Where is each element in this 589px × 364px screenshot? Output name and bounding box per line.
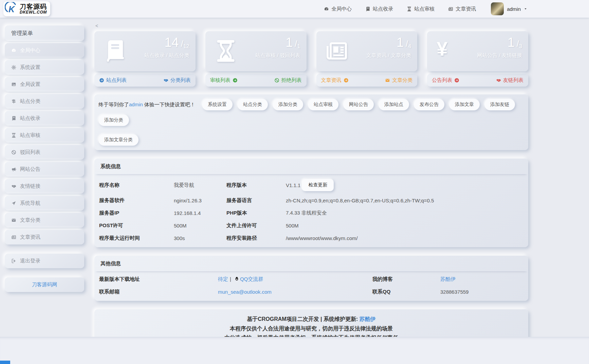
- stat-caption: 文章资讯 / 文章分类: [366, 52, 411, 59]
- stat-card-footer: 公告列表 友链列表: [427, 74, 528, 87]
- sidebar-item-label: 站点收录: [20, 115, 40, 122]
- k-swoosh-logo-icon: [5, 2, 18, 16]
- brand-logo[interactable]: 刀客源码 DKEWL.COM: [3, 1, 50, 16]
- blog-link[interactable]: 苏酷伊: [440, 276, 456, 282]
- sidebar-item-site-categories[interactable]: 站点分类: [5, 94, 84, 109]
- stat-value: 1/1: [286, 35, 300, 50]
- envelope-icon: [11, 218, 16, 223]
- quick-button-add-category-2[interactable]: 添加分类: [98, 114, 129, 126]
- maintainer-link[interactable]: 苏酷伊: [360, 316, 376, 322]
- hourglass-icon: [11, 133, 16, 138]
- sidebar-logout-label: 退出登录: [20, 258, 40, 264]
- sidebar-item-articles[interactable]: 文章资讯: [5, 230, 84, 244]
- brand-domain: DKEWL.COM: [20, 10, 47, 15]
- sidebar-item-global-settings[interactable]: 全局设置: [5, 77, 84, 92]
- system-info-panel: 系统信息 程序名称 我爱导航 程序版本 V1.1.1检查更新 服务器软件 ngi…: [94, 159, 528, 247]
- category-list-link[interactable]: 分类列表: [163, 77, 191, 84]
- newspaper-icon: [325, 39, 349, 63]
- sidebar-item-label: 网站公告: [20, 166, 40, 172]
- check-update-button[interactable]: 检查更新: [302, 179, 334, 191]
- stat-card-articles: 1/4 文章资讯 / 文章分类 文章资讯 文章分类: [316, 31, 418, 87]
- sidebar-item-global-center[interactable]: 全局中心: [5, 43, 84, 58]
- quick-button-site-review[interactable]: 站点审核: [308, 99, 338, 110]
- topnav-global-center[interactable]: 全局中心: [324, 6, 352, 12]
- sidebar-item-label: 系统导航: [20, 200, 40, 206]
- hourglass-icon: [407, 6, 412, 12]
- handshake-icon: [11, 184, 16, 189]
- sidebar-item-system-nav[interactable]: 系统导航: [5, 196, 84, 211]
- sidebar-collapse-toggle[interactable]: <: [95, 23, 99, 29]
- stat-card-body: 1/4 文章资讯 / 文章分类: [316, 31, 418, 71]
- quick-button-site-categories[interactable]: 站点分类: [237, 99, 268, 110]
- sidebar-item-friend-links[interactable]: 友情链接: [5, 179, 84, 194]
- review-list-link[interactable]: 审核列表: [210, 77, 238, 84]
- qq-penguin-icon: [234, 276, 239, 281]
- tachometer-icon: [11, 48, 16, 53]
- ban-icon: [274, 78, 279, 83]
- qq-group-link[interactable]: QQ交流群: [240, 276, 263, 282]
- sidebar-item-article-categories[interactable]: 文章分类: [5, 213, 84, 228]
- quick-button-add-article[interactable]: 添加文章: [449, 99, 480, 110]
- stat-card-announcements: ¥ 1/3 网站公告 / 友情链接 公告列表 友链列表: [427, 31, 528, 87]
- arrow-circle-right-icon: [344, 78, 349, 83]
- corner-accent-bar: [0, 361, 10, 364]
- stat-card-site-review: 1/1 站点审核 / 驳回列表 审核列表 拒绝列表: [205, 31, 307, 87]
- sidebar-item-rejected-list[interactable]: 驳回列表: [5, 145, 84, 160]
- stat-card-body: ¥ 1/3 网站公告 / 友情链接: [427, 31, 528, 71]
- quick-button-announcements[interactable]: 网站公告: [343, 99, 374, 110]
- sidebar-item-label: 文章分类: [20, 217, 40, 223]
- stat-caption: 网站公告 / 友情链接: [477, 52, 522, 59]
- quick-button-system-settings[interactable]: 系统设置: [202, 99, 233, 110]
- announcement-list-link[interactable]: 公告列表: [432, 77, 459, 84]
- article-list-link[interactable]: 文章资讯: [321, 77, 349, 84]
- quick-button-add-article-category[interactable]: 添加文章分类: [98, 134, 139, 146]
- info-row: POST许可 500M 文件上传许可 500M: [94, 219, 528, 232]
- sidebar-item-label: 系统设置: [20, 64, 40, 71]
- quick-button-publish-announcement[interactable]: 发布公告: [414, 99, 444, 110]
- topnav-label: 站点审核: [414, 6, 435, 12]
- rejected-list-link[interactable]: 拒绝列表: [274, 77, 302, 84]
- sidebar-header-label: 管理菜单: [11, 30, 33, 37]
- topnav-site-review[interactable]: 站点审核: [407, 6, 435, 12]
- sidebar-item-site-review[interactable]: 站点审核: [5, 128, 84, 143]
- quick-button-add-friend-link[interactable]: 添加友链: [484, 99, 515, 110]
- sidebar-item-system-settings[interactable]: 系统设置: [5, 60, 84, 75]
- site-list-link[interactable]: 站点列表: [99, 77, 127, 84]
- top-bar: 刀客源码 DKEWL.COM 全局中心 站点收录 站点审核 文章资讯 admin: [0, 0, 589, 18]
- sidebar-item-site-announcements[interactable]: 网站公告: [5, 162, 84, 177]
- stat-value: 14/12: [164, 35, 189, 50]
- stat-caption: 站点收录 / 站点分类: [144, 52, 189, 59]
- quick-button-add-category[interactable]: 添加分类: [273, 99, 303, 110]
- sidebar-item-label: 驳回列表: [20, 149, 40, 156]
- article-category-link[interactable]: 文章分类: [385, 77, 412, 84]
- contact-email-link[interactable]: mun_sea@outlook.com: [218, 289, 272, 295]
- avatar[interactable]: [491, 2, 504, 15]
- sidebar-site-link-label: 刀客源码网: [32, 281, 57, 288]
- quick-button-add-site[interactable]: 添加站点: [379, 99, 409, 110]
- map-signs-icon: [11, 99, 16, 104]
- user-menu[interactable]: admin: [491, 2, 527, 15]
- panel-title: 系统信息: [94, 159, 528, 174]
- welcome-user-link[interactable]: admin: [129, 102, 143, 107]
- download-pending-link[interactable]: 待定: [218, 276, 228, 282]
- arrow-circle-right-icon: [233, 78, 238, 83]
- stat-value: 1/4: [397, 35, 411, 50]
- book-icon: [11, 116, 16, 121]
- stat-caption: 站点审核 / 驳回列表: [255, 52, 300, 59]
- arrow-circle-right-icon: [454, 78, 459, 83]
- system-info-body: 程序名称 我爱导航 程序版本 V1.1.1检查更新 服务器软件 nginx/1.…: [94, 174, 528, 247]
- topnav-site-index[interactable]: 站点收录: [365, 6, 393, 12]
- info-row: 联系邮箱 mun_sea@outlook.com 联系QQ 3288637559: [94, 286, 528, 298]
- stat-cards: 14/12 站点收录 / 站点分类 站点列表 分类列表 1/1 站点审核 / 驳…: [94, 31, 528, 87]
- sidebar-site-link[interactable]: 刀客源码网: [5, 277, 84, 292]
- brand-text: 刀客源码 DKEWL.COM: [20, 3, 47, 15]
- stat-card-body: 14/12 站点收录 / 站点分类: [94, 31, 196, 71]
- topnav-articles[interactable]: 文章资讯: [448, 6, 476, 12]
- handshake-icon: [163, 78, 168, 83]
- topnav-label: 文章资讯: [456, 6, 476, 12]
- envelope-icon: [385, 78, 390, 83]
- sidebar-item-site-index[interactable]: 站点收录: [5, 111, 84, 126]
- friend-link-list-link[interactable]: 友链列表: [496, 77, 523, 84]
- sidebar-logout[interactable]: 退出登录: [5, 254, 84, 268]
- sidebar-item-label: 站点审核: [20, 132, 40, 139]
